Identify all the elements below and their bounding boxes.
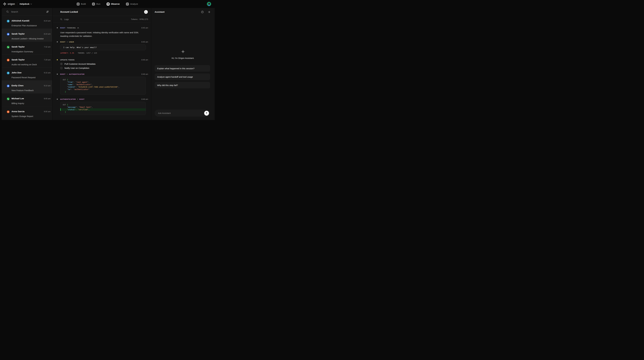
timeline-dot [57,99,58,100]
conversation-item[interactable]: Sarah Taylor 7:29 am Audio not working o… [2,55,52,67]
conversation-name: Sarah Taylor [12,58,25,61]
json-line: "nodeId": "019a9b36-e19f-7486-a4ed-ea46b… [60,86,146,88]
todo-item[interactable]: Pull Customer Account Metadata [60,63,148,65]
conversation-subject: Audio not working on Dock [12,63,50,66]
conversation-name: John Doe [12,71,22,74]
conversation-time: 8:24 am [44,20,50,22]
entry-time: 8:45 am [142,41,148,43]
conversation-time: 9:10 am [44,85,50,87]
assistant-greeting: Hi, I'm Origon Assistant. [172,57,194,59]
nav-item-observe[interactable]: Observe [106,3,120,6]
logs-search-input[interactable] [64,18,129,21]
conversation-subject: Billing Inquiry [12,102,50,104]
session-title: Account Locked [60,11,78,13]
json-line-highlighted: "status": "verified", [60,108,146,111]
json-line: "from": "root_agent", [60,81,146,83]
agent-crumb-to: USER [69,41,74,43]
agent-crumb-from: ROOT [60,41,66,43]
conversation-name: Sarah Taylor [12,46,25,48]
conversation-subject: System Outage Report [12,115,50,117]
suggestion-list: Explain what happened in this session? A… [151,65,215,88]
send-button[interactable] [204,111,209,116]
tokens-value: TOKENS: 1257 / 123 [78,52,97,54]
message-text: I can help. What's your email? [63,46,97,49]
timeline-dot [57,41,58,42]
assistant-title: Assistant [154,11,164,13]
checkbox-in-progress[interactable] [60,63,62,65]
nav-item-label: Observe [111,3,120,5]
workspace: Abhishek Kambli 8:24 am Enterprise Plan … [2,8,215,120]
tokens-counter: Tokens: 9705/273 [131,18,148,20]
conversation-item[interactable]: Anna Garcia 9:00 am System Outage Report [2,106,52,119]
nav-item-run[interactable]: Run [92,3,100,6]
json-payload-box: OUT { "message": "Email Sent", "status":… [60,102,146,115]
entry-time: 8:48 am [142,98,148,100]
conversation-time: 9:05 am [44,98,50,100]
progress-circle-icon [61,63,62,65]
assistant-panel: Assistant Hi, [151,8,215,120]
log-entry-todos: UPDATE TODOS 8:46 am Pull Customer Accou… [57,59,148,69]
todo-list: Pull Customer Account Metadata Notify Us… [60,63,148,69]
nav-item-label: Build [81,3,86,5]
timeline-dot [57,27,58,28]
log-entry-message: ROOT USER 8:45 am I can help. What's you… [57,41,148,54]
entry-time: 8:46 am [142,59,148,61]
brand-name: origon [8,3,15,6]
terminal-button[interactable]: >_ [144,10,148,14]
suggestion-button[interactable]: Explain what happened in this session? [154,65,210,72]
conversation-sidebar: Abhishek Kambli 8:24 am Enterprise Plan … [2,8,52,120]
conversation-item[interactable]: John Doe 9:15 am Password Reset Request [2,67,52,80]
suggestion-button[interactable]: Analyze agent handoff and tool usage [154,74,210,80]
conversation-subject: Investigation Summary [12,50,50,53]
conversation-item[interactable]: Sarah Taylor 8:24 am Account Locked + Mi… [2,29,52,42]
telegram-icon [7,72,10,74]
brand: origon [3,3,15,6]
collapse-chevron-icon[interactable] [77,27,79,29]
agent-crumb-to: AUTHENTICATOR [69,73,84,75]
nav-item-label: Analyze [130,3,138,5]
checkbox-empty[interactable] [60,67,62,69]
conversation-subject: Account Locked + Missing Invoice [12,37,50,40]
user-avatar[interactable] [207,2,211,6]
clock-icon [201,11,204,13]
suggestion-button[interactable]: Why did this step fail? [154,82,210,88]
agent-crumb-from: ROOT [60,73,66,75]
chevron-right-icon [67,74,68,75]
conversation-list: Abhishek Kambli 8:24 am Enterprise Plan … [2,16,52,119]
analyze-icon [126,3,129,6]
entry-type-label: THINKING [67,27,76,29]
sparkle-icon [181,50,185,54]
chat-icon [7,33,10,36]
conversation-name: Anna Garcia [12,110,24,113]
json-line: "to": "authenticator" [60,88,146,91]
nav-item-analyze[interactable]: Analyze [126,3,138,6]
message-meta: LATENCY: 3.3S TOKENS: 1257 / 123 [60,52,148,54]
conversation-item[interactable]: Abhishek Kambli 8:24 am Enterprise Plan … [2,16,52,29]
conversation-item[interactable]: Sarah Taylor 7:32 am Investigation Summa… [2,42,52,55]
history-button[interactable] [201,10,204,14]
agent-crumb-to: ROOT [79,98,84,100]
message-box: I can help. What's your email? [60,45,146,50]
log-list: ROOT THINKING 8:45 am User requested a p… [52,23,151,115]
conversation-time: 7:29 am [44,59,50,61]
thinking-text: User requested a password reset. Initiat… [60,31,144,38]
agent-crumb: ROOT [60,27,66,29]
phone-icon [7,46,10,49]
todo-item[interactable]: Notify User on Completion [60,67,148,69]
search-input[interactable] [11,11,44,13]
observe-icon [106,3,110,6]
logs-search-row: Tokens: 9705/273 [52,16,151,23]
workspace-switcher[interactable]: Helpdesk [20,3,32,5]
conversation-item[interactable]: Michael Lee 9:05 am Billing Inquiry [2,93,52,106]
ask-assistant-input[interactable] [158,112,204,114]
sidebar-search-row [2,8,52,16]
new-chat-button[interactable] [208,11,211,14]
conversation-item[interactable]: Emily Chen 9:10 am New Feature Feedback [2,80,52,93]
filter-button[interactable] [46,10,49,13]
conversation-subject: Enterprise Plan Assistance [12,24,50,27]
nav-item-build[interactable]: Build [77,3,86,6]
chevron-right-icon [67,41,68,43]
log-entry-handoff-back: AUTHENTICATOR ROOT 8:48 am OUT { "messag… [57,98,148,115]
timeline-dot [57,74,58,75]
conversation-subject: New Feature Feedback [12,89,50,92]
